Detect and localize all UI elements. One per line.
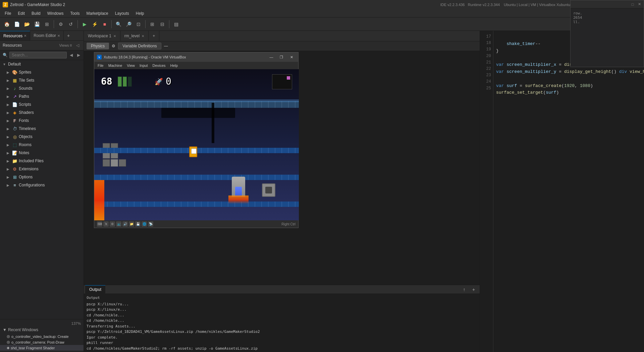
vm-menu-help[interactable]: Help: [168, 62, 180, 69]
collapse-sidebar-icon[interactable]: ◁: [74, 42, 81, 49]
physics-tab[interactable]: Physics: [87, 43, 109, 49]
new-file-button[interactable]: 📄: [12, 19, 21, 29]
menu-layouts[interactable]: Layouts: [112, 9, 132, 17]
tab-resources-close[interactable]: ✕: [24, 34, 26, 38]
sidebar-item-included-files[interactable]: ▶ 📁 Included Files: [0, 157, 84, 165]
vm-game-canvas[interactable]: 68 🚀 0: [94, 69, 299, 220]
vm-status-bar: ⌨ 🖱 ⚙ 📺 🔊 📁 💾 🌐 📡 Right Ctrl: [94, 220, 298, 228]
sidebar-item-tilesets[interactable]: ▶ ▦ Tile Sets: [0, 76, 84, 84]
tab-room-editor-close[interactable]: ✕: [57, 34, 60, 38]
vm-menu-file[interactable]: File: [96, 62, 106, 69]
output-label: Output: [87, 295, 477, 301]
refresh-button[interactable]: ↺: [66, 19, 75, 29]
room-editor-content: Physics ⚙ Variable Definitions — V Xubun…: [84, 41, 480, 352]
build-button[interactable]: ▤: [171, 19, 181, 29]
tab-workspace1[interactable]: Workspace 1 ✕: [84, 31, 120, 41]
recent-item-2[interactable]: ◈ shd_tear Fragment Shader: [0, 345, 84, 351]
vm-menu-machine[interactable]: Machine: [106, 62, 124, 69]
tab-output[interactable]: Output: [85, 285, 105, 294]
sprites-icon: 🎨: [12, 70, 17, 75]
menu-tools[interactable]: Tools: [67, 9, 83, 17]
code-text[interactable]: shake_timer-- } var screen_multiplier_x …: [493, 31, 644, 352]
recent-item-1[interactable]: ◎ o_controller_camera: Post-Draw: [0, 339, 84, 345]
add-panel-button[interactable]: +: [64, 31, 73, 40]
recent-item-2-label: shd_tear Fragment Shader: [11, 346, 55, 350]
sidebar-item-paths[interactable]: ▶ ↗ Paths: [0, 92, 84, 100]
tab-rm-level[interactable]: rm_level ✕: [120, 31, 149, 41]
menu-marketplace[interactable]: Marketplace: [83, 9, 111, 17]
tab-room-editor[interactable]: Room Editor ✕: [30, 31, 64, 40]
layout-list-icon[interactable]: ≡: [67, 42, 74, 49]
open-button[interactable]: 📂: [22, 19, 32, 29]
output-content[interactable]: Output pscp X:/linux/ru... pscp X:/linux…: [84, 294, 480, 352]
sidebar-item-options[interactable]: ▶ ⊞ Options: [0, 173, 84, 181]
sidebar-item-timelines[interactable]: ▶ ⏱ Timelines: [0, 125, 84, 133]
search-next-icon[interactable]: ▶: [75, 52, 82, 58]
vm-icon-5: 🔊: [122, 221, 128, 227]
save-button[interactable]: 💾: [32, 19, 42, 29]
editor-tab-bar: Workspace 1 ✕ rm_level ✕ +: [84, 31, 480, 41]
sidebar-item-configurations[interactable]: ▶ ≡ Configurations: [0, 181, 84, 189]
vm-menu-input[interactable]: Input: [138, 62, 150, 69]
vm-icon-7: 💾: [135, 221, 141, 227]
vm-close-button[interactable]: ✕: [287, 53, 296, 61]
menu-edit[interactable]: Edit: [14, 9, 28, 17]
menu-file[interactable]: File: [1, 9, 14, 17]
toolbar-separator-4: [145, 20, 146, 28]
zoom-level: 137%: [71, 321, 81, 325]
menu-build[interactable]: Build: [28, 9, 44, 17]
home-button[interactable]: 🏠: [2, 19, 11, 29]
sidebar-item-sprites[interactable]: ▶ 🎨 Sprites: [0, 68, 84, 76]
vm-menu-view[interactable]: View: [125, 62, 137, 69]
timelines-icon: ⏱: [12, 126, 17, 131]
save-all-button[interactable]: ⊞: [42, 19, 52, 29]
timelines-label: Timelines: [19, 126, 36, 131]
recent-item-0-label: o_controller_video_backup: Create: [11, 335, 69, 339]
settings-button[interactable]: ⚙: [56, 19, 65, 29]
tab-rm-level-close[interactable]: ✕: [142, 34, 144, 38]
group-arrow: ▼: [3, 62, 7, 66]
tab-resources[interactable]: Resources ✕: [0, 31, 30, 40]
grid2-button[interactable]: ⊟: [158, 19, 167, 29]
zoom-in-button[interactable]: 🔍: [114, 19, 123, 29]
menu-help[interactable]: Help: [132, 9, 148, 17]
vm-menu-devices[interactable]: Devices: [150, 62, 167, 69]
physics-gear-icon[interactable]: ⚙: [112, 44, 115, 48]
add-editor-tab-button[interactable]: +: [149, 31, 159, 41]
sidebar-item-rooms[interactable]: ▶ ⬚ Rooms: [0, 141, 84, 149]
tree-default-group[interactable]: ▼ Default: [0, 60, 84, 68]
sidebar-bottom: 137% ▼ Recent Windows ◎ o_controller_vid…: [0, 319, 84, 352]
sidebar-item-fonts[interactable]: ▶ F Fonts: [0, 117, 84, 125]
recent-windows-header[interactable]: ▼ Recent Windows: [0, 326, 84, 334]
paths-label: Paths: [19, 94, 29, 99]
sidebar-item-extensions[interactable]: ▶ ⚙ Extensions: [0, 165, 84, 173]
right-code-panel: 17 18 19 20 21 22 23 24 25 shake_timer--…: [480, 31, 644, 352]
tab-workspace1-close[interactable]: ✕: [113, 34, 116, 38]
debug-button[interactable]: ⚡: [90, 19, 99, 29]
zoom-fit-button[interactable]: ⊡: [134, 19, 143, 29]
sidebar-item-scripts[interactable]: ▶ 📄 Scripts: [0, 100, 84, 108]
play-button[interactable]: ▶: [80, 19, 89, 29]
variable-definitions-tab[interactable]: Variable Definitions: [118, 43, 161, 49]
vm-minimize-button[interactable]: —: [267, 53, 275, 61]
search-input[interactable]: [9, 52, 67, 58]
vm-restore-button[interactable]: ❐: [277, 53, 285, 61]
views-button[interactable]: Views: [61, 42, 67, 49]
stop-button[interactable]: ■: [100, 19, 109, 29]
code-content-area[interactable]: 17 18 19 20 21 22 23 24 25 shake_timer--…: [480, 31, 644, 352]
sidebar-item-shaders[interactable]: ▶ ◈ Shaders: [0, 108, 84, 117]
variable-definitions-dash-icon[interactable]: —: [164, 44, 168, 48]
output-more-icon[interactable]: +: [469, 285, 478, 294]
zoom-bar: 137%: [0, 321, 84, 326]
zoom-out-button[interactable]: 🔎: [124, 19, 133, 29]
output-expand-icon[interactable]: ↑: [460, 285, 469, 294]
sidebar-item-sounds[interactable]: ▶ ♪ Sounds: [0, 84, 84, 92]
menu-windows[interactable]: Windows: [44, 9, 67, 17]
grid-button[interactable]: ⊞: [148, 19, 157, 29]
recent-item-0[interactable]: ◎ o_controller_video_backup: Create: [0, 334, 84, 339]
search-prev-icon[interactable]: ◀: [68, 52, 74, 58]
sidebar-item-objects[interactable]: ▶ ◎ Objects: [0, 133, 84, 141]
vm-right-ctrl-label: Right Ctrl: [281, 222, 296, 226]
recent-item-1-icon: ◎: [7, 340, 10, 344]
sidebar-item-notes[interactable]: ▶ 📝 Notes: [0, 149, 84, 157]
